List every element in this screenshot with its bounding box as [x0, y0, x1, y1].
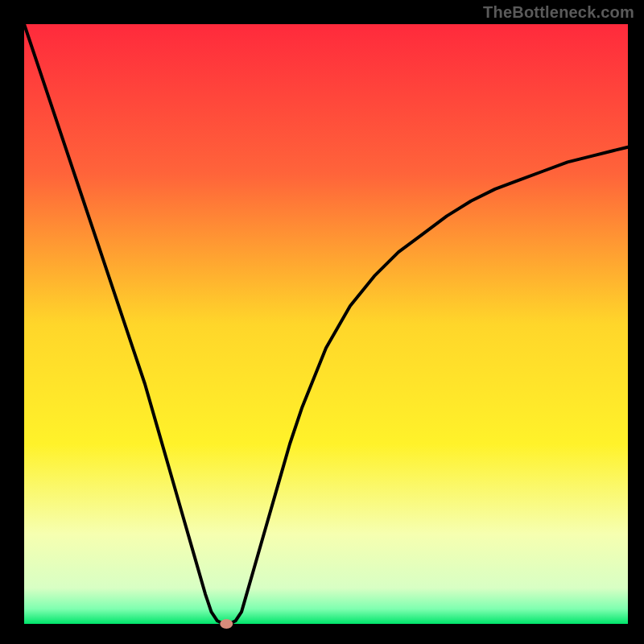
plot-background: [24, 24, 628, 624]
bottleneck-chart: [0, 0, 644, 644]
chart-stage: TheBottleneck.com: [0, 0, 644, 644]
optimum-marker: [220, 619, 233, 629]
